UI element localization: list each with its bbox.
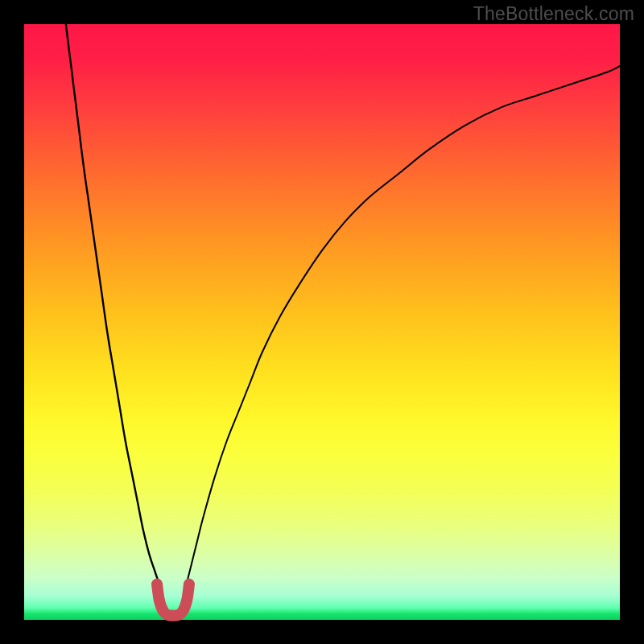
series-right-branch-curve bbox=[182, 66, 620, 602]
chart-plot-area bbox=[24, 24, 620, 620]
series-left-branch-curve bbox=[66, 24, 164, 602]
series-sweet-spot-u-marker bbox=[157, 584, 189, 616]
chart-frame: TheBottleneck.com bbox=[0, 0, 644, 644]
chart-svg bbox=[24, 24, 620, 620]
chart-series-layer bbox=[66, 24, 620, 616]
watermark-label: TheBottleneck.com bbox=[473, 3, 634, 25]
